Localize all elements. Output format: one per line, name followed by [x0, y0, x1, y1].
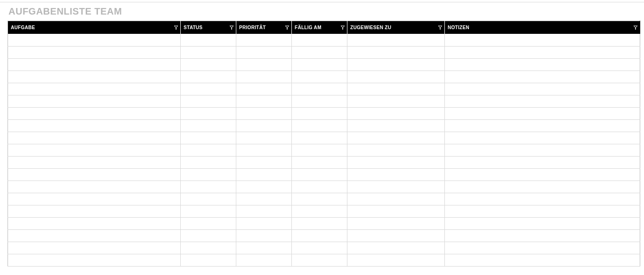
table-cell[interactable]: [181, 229, 236, 242]
table-cell[interactable]: [292, 193, 347, 205]
table-cell[interactable]: [236, 71, 292, 83]
table-cell[interactable]: [8, 168, 181, 181]
table-cell[interactable]: [181, 34, 236, 46]
table-cell[interactable]: [292, 242, 347, 254]
table-cell[interactable]: [181, 132, 236, 144]
table-cell[interactable]: [8, 95, 181, 107]
table-cell[interactable]: [8, 107, 181, 119]
table-cell[interactable]: [347, 132, 445, 144]
table-cell[interactable]: [181, 46, 236, 58]
table-cell[interactable]: [8, 193, 181, 205]
table-cell[interactable]: [445, 205, 640, 217]
table-cell[interactable]: [236, 168, 292, 181]
table-cell[interactable]: [181, 181, 236, 193]
table-cell[interactable]: [236, 205, 292, 217]
table-cell[interactable]: [8, 34, 181, 46]
filter-icon[interactable]: [229, 25, 234, 30]
table-cell[interactable]: [236, 242, 292, 254]
table-cell[interactable]: [347, 193, 445, 205]
table-cell[interactable]: [292, 168, 347, 181]
table-cell[interactable]: [347, 168, 445, 181]
table-cell[interactable]: [445, 217, 640, 229]
table-cell[interactable]: [236, 46, 292, 58]
filter-icon[interactable]: [174, 25, 178, 30]
table-cell[interactable]: [445, 83, 640, 95]
table-cell[interactable]: [8, 132, 181, 144]
table-cell[interactable]: [8, 205, 181, 217]
table-cell[interactable]: [445, 119, 640, 132]
table-cell[interactable]: [236, 144, 292, 156]
table-cell[interactable]: [181, 242, 236, 254]
table-cell[interactable]: [8, 119, 181, 132]
table-cell[interactable]: [347, 58, 445, 71]
table-cell[interactable]: [236, 193, 292, 205]
filter-icon[interactable]: [633, 25, 638, 30]
table-cell[interactable]: [181, 119, 236, 132]
table-cell[interactable]: [8, 229, 181, 242]
table-cell[interactable]: [292, 58, 347, 71]
table-cell[interactable]: [347, 144, 445, 156]
table-cell[interactable]: [347, 229, 445, 242]
table-cell[interactable]: [292, 205, 347, 217]
table-cell[interactable]: [445, 107, 640, 119]
table-cell[interactable]: [236, 119, 292, 132]
table-cell[interactable]: [292, 95, 347, 107]
table-cell[interactable]: [347, 119, 445, 132]
table-cell[interactable]: [347, 83, 445, 95]
column-header-status[interactable]: STATUS: [181, 21, 236, 34]
filter-icon[interactable]: [438, 25, 443, 30]
table-cell[interactable]: [445, 193, 640, 205]
table-cell[interactable]: [347, 254, 445, 266]
column-header-prioritt[interactable]: PRIORITÄT: [236, 21, 292, 34]
table-cell[interactable]: [292, 132, 347, 144]
table-cell[interactable]: [181, 168, 236, 181]
table-cell[interactable]: [181, 83, 236, 95]
table-cell[interactable]: [445, 46, 640, 58]
table-cell[interactable]: [292, 254, 347, 266]
table-cell[interactable]: [181, 156, 236, 168]
table-cell[interactable]: [292, 34, 347, 46]
table-cell[interactable]: [8, 254, 181, 266]
table-cell[interactable]: [347, 34, 445, 46]
column-header-notizen[interactable]: NOTIZEN: [445, 21, 640, 34]
table-cell[interactable]: [8, 144, 181, 156]
table-cell[interactable]: [445, 156, 640, 168]
table-cell[interactable]: [292, 107, 347, 119]
table-cell[interactable]: [8, 217, 181, 229]
table-cell[interactable]: [181, 254, 236, 266]
table-cell[interactable]: [8, 71, 181, 83]
table-cell[interactable]: [236, 132, 292, 144]
table-cell[interactable]: [292, 71, 347, 83]
table-cell[interactable]: [445, 168, 640, 181]
column-header-aufgabe[interactable]: AUFGABE: [8, 21, 181, 34]
table-cell[interactable]: [445, 242, 640, 254]
table-cell[interactable]: [181, 205, 236, 217]
table-cell[interactable]: [445, 95, 640, 107]
table-cell[interactable]: [236, 229, 292, 242]
column-header-fllig-am[interactable]: FÄLLIG AM: [292, 21, 347, 34]
table-cell[interactable]: [292, 181, 347, 193]
table-cell[interactable]: [445, 34, 640, 46]
table-cell[interactable]: [181, 144, 236, 156]
table-cell[interactable]: [292, 229, 347, 242]
filter-icon[interactable]: [340, 25, 345, 30]
table-cell[interactable]: [236, 217, 292, 229]
table-cell[interactable]: [236, 156, 292, 168]
table-cell[interactable]: [181, 107, 236, 119]
table-cell[interactable]: [292, 46, 347, 58]
table-cell[interactable]: [181, 217, 236, 229]
table-cell[interactable]: [292, 83, 347, 95]
table-cell[interactable]: [181, 193, 236, 205]
table-cell[interactable]: [8, 46, 181, 58]
table-cell[interactable]: [236, 34, 292, 46]
table-cell[interactable]: [292, 144, 347, 156]
table-cell[interactable]: [445, 132, 640, 144]
table-cell[interactable]: [181, 58, 236, 71]
table-cell[interactable]: [445, 254, 640, 266]
table-cell[interactable]: [236, 58, 292, 71]
table-cell[interactable]: [236, 83, 292, 95]
table-cell[interactable]: [8, 83, 181, 95]
table-cell[interactable]: [347, 156, 445, 168]
table-cell[interactable]: [445, 144, 640, 156]
table-cell[interactable]: [236, 254, 292, 266]
